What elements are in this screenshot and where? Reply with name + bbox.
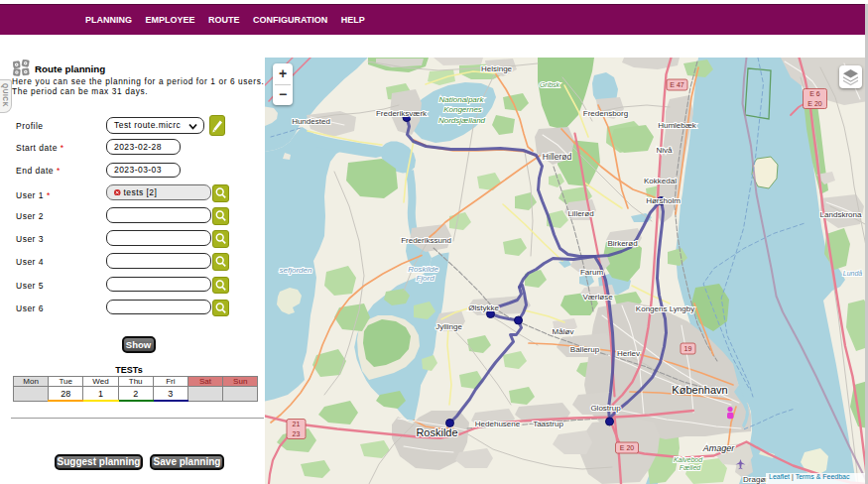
svg-text:Kalvebod: Kalvebod (674, 456, 703, 463)
svg-text:Fjord: Fjord (416, 274, 434, 283)
svg-text:Værløse: Værløse (582, 293, 613, 302)
svg-text:Lundå: Lundå (843, 270, 863, 277)
svg-text:E 20: E 20 (620, 444, 635, 451)
svg-text:Herlev: Herlev (617, 349, 640, 358)
svg-text:E 6: E 6 (809, 90, 820, 97)
svg-text:Gribsk: Gribsk (540, 81, 560, 88)
svg-text:Amager: Amager (702, 443, 736, 453)
svg-text:Fælled: Fælled (680, 464, 702, 471)
svg-text:Måløv: Måløv (553, 327, 574, 336)
svg-text:Hillerød: Hillerød (543, 152, 572, 162)
svg-text:Nordsjælland: Nordsjælland (438, 116, 486, 125)
svg-text:sefjorden: sefjorden (280, 266, 312, 275)
svg-text:Lillerød: Lillerød (567, 209, 593, 218)
svg-text:Birkerød: Birkerød (607, 239, 637, 248)
svg-text:Nationalpark: Nationalpark (439, 95, 485, 104)
svg-text:Frederikssund: Frederikssund (401, 236, 451, 245)
svg-text:Humlebæk: Humlebæk (658, 121, 697, 130)
svg-text:Farum: Farum (580, 268, 603, 277)
svg-text:E 47: E 47 (670, 81, 684, 88)
svg-text:Hørsholm: Hørsholm (646, 196, 681, 205)
svg-text:Kokkedal: Kokkedal (644, 177, 677, 185)
svg-text:Landskrona: Landskrona (820, 210, 862, 219)
svg-text:København: København (672, 384, 727, 396)
svg-text:E 20: E 20 (807, 100, 822, 107)
svg-text:Ølstykke: Ølstykke (468, 303, 499, 312)
svg-text:Nivå: Nivå (656, 146, 673, 155)
svg-text:Fredensborg: Fredensborg (583, 109, 628, 118)
svg-text:Kongernes: Kongernes (443, 105, 482, 114)
svg-text:Kongens Lyngby: Kongens Lyngby (636, 304, 694, 313)
svg-text:21: 21 (293, 421, 301, 427)
svg-text:Ballerup: Ballerup (570, 345, 600, 354)
svg-text:Taastrup: Taastrup (533, 420, 563, 428)
svg-text:Roskilde: Roskilde (408, 265, 438, 274)
svg-text:19: 19 (684, 345, 692, 352)
svg-text:Helsinge: Helsinge (481, 64, 513, 73)
svg-text:23: 23 (293, 430, 301, 437)
svg-text:Roskilde: Roskilde (416, 426, 457, 438)
svg-text:Hundested: Hundested (292, 117, 330, 126)
svg-text:Glostrup: Glostrup (590, 404, 621, 413)
svg-text:Frederiksværk: Frederiksværk (376, 109, 428, 118)
svg-text:Dragør: Dragør (743, 475, 768, 484)
svg-text:Hedehusene: Hedehusene (475, 420, 521, 428)
svg-text:Jyllinge: Jyllinge (435, 322, 462, 331)
